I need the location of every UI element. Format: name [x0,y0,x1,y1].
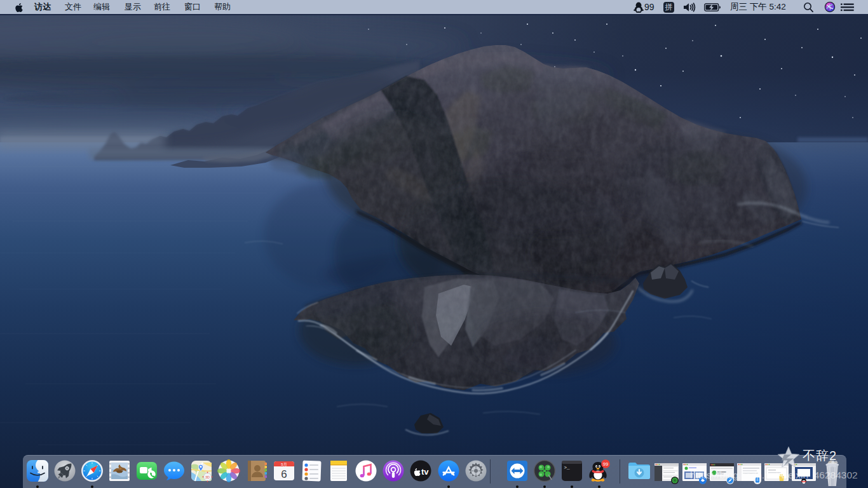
svg-text:99: 99 [603,461,608,467]
svg-text:6: 6 [281,468,287,480]
svg-text:5月: 5月 [281,463,287,467]
svg-text:>_: >_ [564,465,571,470]
svg-text:tv: tv [421,467,429,477]
svg-text:3D: 3D [205,475,210,479]
